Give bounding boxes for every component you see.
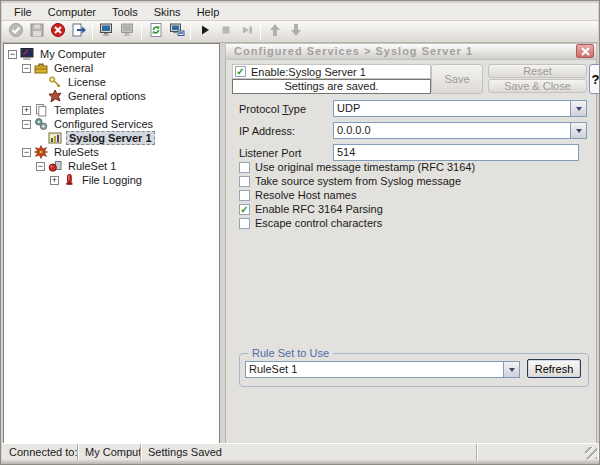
enable-service-checkbox-row[interactable]: ✓ Enable:Syslog Server 1 <box>232 64 431 79</box>
status-computer-name: My Computer <box>78 444 141 460</box>
tree-item-label: Templates <box>52 104 106 116</box>
menu-computer[interactable]: Computer <box>40 4 104 20</box>
checkbox-take-source-system-from-syslog-message[interactable] <box>239 176 250 187</box>
checkbox-row-take-source-system-from-syslog-message[interactable]: Take source system from Syslog message <box>239 174 475 188</box>
help-button[interactable]: ? <box>589 64 600 94</box>
tree-item-general-options[interactable]: General options <box>4 89 219 103</box>
toolbar-separator <box>190 24 191 40</box>
close-icon <box>581 47 590 56</box>
start-button[interactable] <box>194 22 215 42</box>
refresh-icon <box>148 22 164 41</box>
save-and-close-button[interactable]: Save & Close <box>488 79 587 93</box>
status-connected-label: Connected to: <box>2 444 78 460</box>
tree-item-label: File Logging <box>80 174 144 186</box>
down-icon <box>288 22 304 41</box>
general-options-icon <box>48 89 62 103</box>
listener-port-label: Listener Port <box>239 147 301 159</box>
protocol-type-dropdown-button[interactable] <box>570 101 586 116</box>
my-computer-icon <box>20 47 34 61</box>
breadcrumb: Configured Services > Syslog Server 1 <box>225 43 597 60</box>
protocol-type-value: UDP <box>334 101 570 116</box>
tree-expander-collapse[interactable]: − <box>36 162 45 171</box>
connect-computer-button[interactable] <box>96 22 117 42</box>
detail-panel: Configured Services > Syslog Server 1 ✓ … <box>225 43 597 445</box>
menu-skins[interactable]: Skins <box>146 4 189 20</box>
move-down-button[interactable] <box>285 22 306 42</box>
templates-icon <box>34 103 48 117</box>
up-icon <box>267 22 283 41</box>
license-icon <box>48 75 62 89</box>
checkbox-row-use-original-message-timestamp-rfc-3164[interactable]: Use original message timestamp (RFC 3164… <box>239 160 475 174</box>
tree-item-configured-services[interactable]: −Configured Services <box>4 117 219 131</box>
tree-item-my-computer[interactable]: −My Computer <box>4 47 219 61</box>
ruleset-select[interactable]: RuleSet 1 <box>245 361 520 378</box>
reload-configuration-button[interactable] <box>145 22 166 42</box>
tree-expander-collapse[interactable]: − <box>22 64 31 73</box>
checkbox-row-resolve-host-names[interactable]: Resolve Host names <box>239 188 475 202</box>
status-message-box: Settings are saved. <box>232 79 431 94</box>
toolbar-separator <box>260 24 261 40</box>
configured-services-icon <box>34 117 48 131</box>
tree-expander-collapse[interactable]: − <box>22 148 31 157</box>
menu-tools[interactable]: Tools <box>104 4 146 20</box>
tree-expander-expand[interactable]: + <box>22 106 31 115</box>
confirm-button[interactable] <box>5 22 26 42</box>
syslog-server-icon <box>48 131 62 145</box>
stop-button[interactable] <box>215 22 236 42</box>
ruleset-icon <box>48 159 62 173</box>
enable-service-label: Enable:Syslog Server 1 <box>251 66 366 78</box>
status-spare-section <box>477 444 598 460</box>
ip-address-select[interactable]: 0.0.0.0 <box>333 122 587 139</box>
protocol-type-label: Protocol Type <box>239 103 306 115</box>
ip-address-value: 0.0.0.0 <box>334 123 570 138</box>
refresh-button[interactable]: Refresh <box>527 359 581 378</box>
tree-item-ruleset-1[interactable]: −RuleSet 1 <box>4 159 219 173</box>
tree-item-file-logging[interactable]: +File Logging <box>4 173 219 187</box>
checkbox-resolve-host-names[interactable] <box>239 190 250 201</box>
status-message: Settings Saved <box>141 444 477 460</box>
ip-address-label: IP Address: <box>239 125 295 137</box>
menu-file[interactable]: File <box>6 4 40 20</box>
protocol-type-select[interactable]: UDP <box>333 100 587 117</box>
ruleset-group-label: Rule Set to Use <box>248 347 333 359</box>
tree-item-rulesets[interactable]: −RuleSets <box>4 145 219 159</box>
tree-expander-collapse[interactable]: − <box>22 120 31 129</box>
monitor-icon <box>120 22 136 41</box>
delete-button[interactable] <box>47 22 68 42</box>
ruleset-dropdown-button[interactable] <box>503 362 519 377</box>
move-up-button[interactable] <box>264 22 285 42</box>
window-bottom-edge <box>1 460 599 464</box>
tree-expander-collapse[interactable]: − <box>8 50 17 59</box>
tree-item-label: Syslog Server 1 <box>66 131 155 145</box>
exit-icon <box>71 22 87 41</box>
exit-button[interactable] <box>68 22 89 42</box>
reset-button[interactable]: Reset <box>488 64 587 78</box>
tree-item-label: My Computer <box>38 48 108 60</box>
close-panel-button[interactable] <box>576 44 594 58</box>
disconnect-computer-button[interactable] <box>117 22 138 42</box>
app-window: FileComputerToolsSkinsHelp −My Computer−… <box>0 0 600 465</box>
enable-service-checkbox[interactable]: ✓ <box>235 66 246 77</box>
tree-item-templates[interactable]: +Templates <box>4 103 219 117</box>
tree-expander-expand[interactable]: + <box>50 176 59 185</box>
checkbox-row-enable-rfc-3164-parsing[interactable]: ✓Enable RFC 3164 Parsing <box>239 202 475 216</box>
resize-grip[interactable] <box>585 447 597 459</box>
checkbox-escape-control-characters[interactable] <box>239 218 250 229</box>
step-button[interactable] <box>236 22 257 42</box>
remote-computer-button[interactable] <box>166 22 187 42</box>
checkbox-enable-rfc-3164-parsing[interactable]: ✓ <box>239 204 250 215</box>
tree-item-general[interactable]: −General <box>4 61 219 75</box>
save-button[interactable]: Save <box>431 64 483 94</box>
tree-item-license[interactable]: License <box>4 75 219 89</box>
listener-port-input[interactable]: 514 <box>333 144 579 161</box>
tree-item-label: General <box>52 62 95 74</box>
tree-item-syslog-server-1[interactable]: Syslog Server 1 <box>4 131 219 145</box>
save-button[interactable] <box>26 22 47 42</box>
breadcrumb-text: Configured Services > Syslog Server 1 <box>234 45 473 57</box>
checkbox-label: Use original message timestamp (RFC 3164… <box>255 161 475 173</box>
checkbox-use-original-message-timestamp-rfc-3164[interactable] <box>239 162 250 173</box>
checkbox-row-escape-control-characters[interactable]: Escape control characters <box>239 216 475 230</box>
ip-address-dropdown-button[interactable] <box>570 123 586 138</box>
panel-body: ✓ Enable:Syslog Server 1 Settings are sa… <box>225 60 597 445</box>
menu-help[interactable]: Help <box>189 4 228 20</box>
